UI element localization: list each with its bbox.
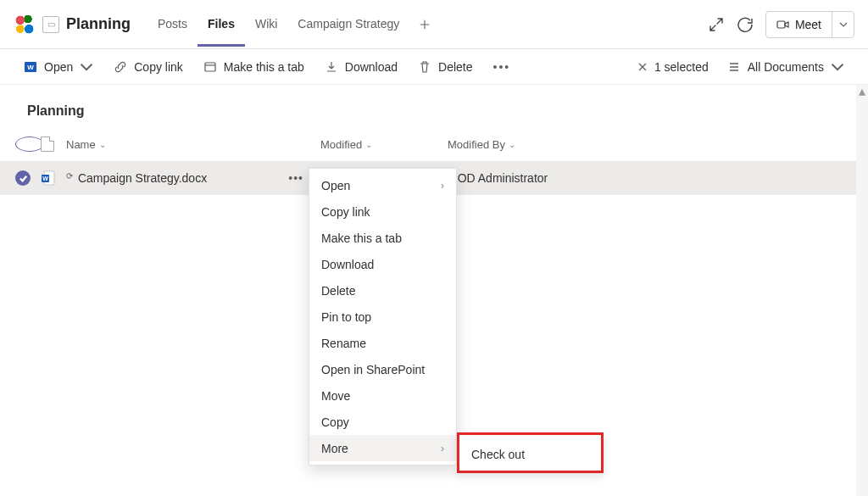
- scroll-up-icon[interactable]: ▴: [858, 86, 866, 95]
- word-icon: W: [24, 60, 37, 74]
- ctx-open[interactable]: Open ›: [309, 172, 456, 198]
- meet-label: Meet: [795, 18, 821, 31]
- ctx-delete[interactable]: Delete: [309, 277, 456, 304]
- view-switcher[interactable]: All Documents: [727, 60, 844, 74]
- ctx-rename-label: Rename: [321, 337, 366, 350]
- word-doc-icon: W: [41, 170, 56, 186]
- channel-header: ▭ Planning Posts Files Wiki Campaign Str…: [0, 0, 868, 49]
- trash-icon: [418, 60, 431, 74]
- ctx-more-label: More: [321, 442, 348, 455]
- team-avatar-icon: [14, 14, 36, 36]
- make-tab-label: Make this a tab: [224, 60, 304, 74]
- open-button[interactable]: W Open: [24, 60, 93, 74]
- command-bar-right: 1 selected All Documents: [637, 60, 844, 74]
- row-select[interactable]: [15, 170, 41, 186]
- meet-button-group: Meet: [765, 11, 854, 38]
- chevron-right-icon: ›: [441, 180, 444, 192]
- select-all-cell[interactable]: [15, 137, 41, 152]
- name-column-header[interactable]: Name ⌄: [66, 138, 320, 151]
- header-right: Meet: [708, 11, 854, 38]
- add-tab-button[interactable]: [413, 13, 437, 36]
- chevron-down-icon: ⌄: [365, 140, 372, 149]
- channel-name: Planning: [66, 15, 131, 33]
- type-column-header[interactable]: [41, 137, 66, 152]
- chevron-down-icon: ⌄: [99, 140, 106, 149]
- file-type-icon: [41, 137, 54, 152]
- more-submenu: Check out: [457, 432, 604, 473]
- tab-campaign-strategy[interactable]: Campaign Strategy: [287, 2, 409, 47]
- ctx-more[interactable]: More ›: [309, 435, 456, 461]
- video-icon: [776, 18, 790, 31]
- selection-count[interactable]: 1 selected: [637, 60, 709, 74]
- command-bar: W Open Copy link Make this a tab Downloa…: [0, 49, 868, 85]
- ctx-check-out-label: Check out: [471, 448, 525, 461]
- ctx-copy-label: Copy: [321, 415, 349, 429]
- svg-text:W: W: [27, 64, 34, 71]
- delete-button[interactable]: Delete: [418, 60, 472, 74]
- ctx-move[interactable]: Move: [309, 382, 456, 409]
- ctx-make-tab[interactable]: Make this a tab: [309, 225, 456, 251]
- meet-button[interactable]: Meet: [766, 12, 832, 37]
- tab-posts[interactable]: Posts: [147, 2, 198, 47]
- ctx-pin-label: Pin to top: [321, 310, 371, 324]
- modified-column-header[interactable]: Modified ⌄: [320, 138, 448, 151]
- file-name-cell[interactable]: ⟳ Campaign Strategy.docx •••: [66, 171, 320, 185]
- view-label: All Documents: [748, 60, 824, 74]
- ctx-check-out[interactable]: Check out: [459, 440, 601, 469]
- file-type-cell: W: [41, 170, 66, 186]
- ctx-open-label: Open: [321, 179, 350, 192]
- chevron-right-icon: ›: [441, 443, 444, 454]
- meet-caret-button[interactable]: [832, 12, 854, 37]
- svg-text:W: W: [42, 176, 48, 181]
- ctx-make-tab-label: Make this a tab: [321, 231, 402, 245]
- ctx-copy-link-label: Copy link: [321, 205, 370, 219]
- file-name: Campaign Strategy.docx: [78, 171, 207, 185]
- vertical-scrollbar[interactable]: ▴: [856, 85, 868, 496]
- ctx-download-label: Download: [321, 258, 374, 271]
- close-icon: [637, 62, 648, 72]
- selected-checkmark-icon: [15, 170, 31, 186]
- tab-wiki[interactable]: Wiki: [245, 2, 287, 47]
- ctx-delete-label: Delete: [321, 284, 355, 298]
- ctx-rename[interactable]: Rename: [309, 330, 456, 356]
- download-label: Download: [345, 60, 398, 74]
- download-button[interactable]: Download: [325, 60, 398, 74]
- ctx-copy[interactable]: Copy: [309, 409, 456, 435]
- ctx-move-label: Move: [321, 389, 350, 403]
- open-label: Open: [44, 60, 73, 74]
- ctx-open-sharepoint[interactable]: Open in SharePoint: [309, 356, 456, 382]
- ctx-pin[interactable]: Pin to top: [309, 304, 456, 330]
- file-context-menu: Open › Copy link Make this a tab Downloa…: [309, 168, 457, 465]
- ctx-open-sharepoint-label: Open in SharePoint: [321, 363, 425, 376]
- channel-tabs: Posts Files Wiki Campaign Strategy: [147, 2, 437, 47]
- modifiedby-column-header[interactable]: Modified By ⌄: [448, 138, 617, 151]
- name-header-label: Name: [66, 138, 96, 151]
- chevron-down-icon: ⌄: [509, 140, 515, 149]
- chevron-down-icon: [80, 60, 93, 74]
- modified-by-cell: MOD Administrator: [448, 171, 617, 185]
- ctx-copy-link[interactable]: Copy link: [309, 198, 456, 225]
- chevron-down-icon: [831, 60, 844, 74]
- overflow-button[interactable]: •••: [493, 60, 511, 74]
- tab-files[interactable]: Files: [198, 2, 245, 47]
- svg-rect-0: [777, 21, 785, 28]
- ctx-download[interactable]: Download: [309, 251, 456, 277]
- svg-rect-3: [205, 63, 215, 71]
- sync-status-icon: ⟳: [66, 171, 73, 181]
- header-left: ▭ Planning Posts Files Wiki Campaign Str…: [14, 2, 437, 47]
- expand-icon[interactable]: [708, 16, 725, 33]
- tab-icon: [203, 60, 217, 74]
- download-icon: [325, 60, 338, 74]
- delete-label: Delete: [438, 60, 472, 74]
- library-title: Planning: [0, 85, 868, 127]
- select-all-checkmark-icon: [15, 137, 44, 152]
- link-icon: [114, 60, 127, 74]
- channel-type-icon: ▭: [42, 16, 59, 33]
- refresh-icon[interactable]: [737, 16, 754, 33]
- copy-link-button[interactable]: Copy link: [114, 60, 183, 74]
- row-actions-button[interactable]: •••: [285, 171, 307, 185]
- copy-link-label: Copy link: [134, 60, 183, 74]
- column-headers: Name ⌄ Modified ⌄ Modified By ⌄: [0, 127, 868, 161]
- make-tab-button[interactable]: Make this a tab: [203, 60, 304, 74]
- modified-header-label: Modified: [320, 138, 362, 151]
